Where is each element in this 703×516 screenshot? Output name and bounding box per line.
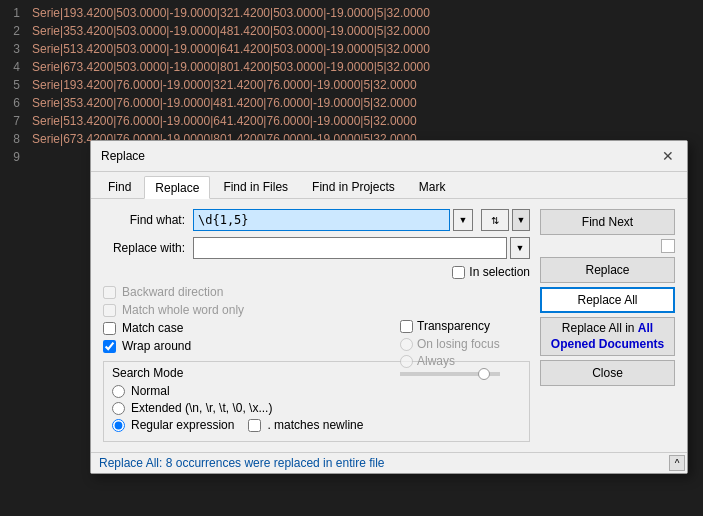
- editor-line: 7Serie|513.4200|76.0000|-19.0000|641.420…: [0, 112, 703, 130]
- line-content: Serie|353.4200|503.0000|-19.0000|481.420…: [32, 22, 430, 40]
- replace-with-input-wrap: ▼: [193, 237, 530, 259]
- replace-all-button[interactable]: Replace All: [540, 287, 675, 313]
- swap-down-button[interactable]: ▼: [512, 209, 530, 231]
- tab-find-in-projects[interactable]: Find in Projects: [301, 176, 406, 198]
- wrap-around-label: Wrap around: [122, 339, 191, 353]
- find-what-row: Find what: ▼ ⇅ ▼: [103, 209, 530, 231]
- line-content: Serie|353.4200|76.0000|-19.0000|481.4200…: [32, 94, 417, 112]
- status-text: Replace All: 8 occurrences were replaced…: [99, 456, 384, 470]
- match-case-checkbox[interactable]: [103, 322, 116, 335]
- find-what-input-wrap: ▼ ⇅ ▼: [193, 209, 530, 231]
- on-losing-focus-radio[interactable]: [400, 338, 413, 351]
- on-losing-focus-label: On losing focus: [417, 337, 500, 351]
- line-content: Serie|193.4200|503.0000|-19.0000|321.420…: [32, 4, 430, 22]
- dialog-tabs: FindReplaceFind in FilesFind in Projects…: [91, 172, 687, 199]
- search-mode-section: Search Mode Normal Extended (\n, \r, \t,…: [103, 361, 530, 442]
- transparency-title: Transparency: [400, 319, 530, 333]
- find-what-label: Find what:: [103, 213, 193, 227]
- always-row: Always: [400, 354, 530, 368]
- line-number: 5: [0, 76, 32, 94]
- match-whole-word-checkbox[interactable]: [103, 304, 116, 317]
- extended-label: Extended (\n, \r, \t, \0, \x...): [131, 401, 272, 415]
- find-next-checkbox[interactable]: [661, 239, 675, 253]
- always-label: Always: [417, 354, 455, 368]
- dialog-content-area: Find what: ▼ ⇅ ▼ Replace with: ▼: [103, 209, 675, 442]
- normal-radio-row: Normal: [112, 384, 521, 398]
- line-number: 9: [0, 148, 32, 166]
- editor-line: 6Serie|353.4200|76.0000|-19.0000|481.420…: [0, 94, 703, 112]
- editor-line: 5Serie|193.4200|76.0000|-19.0000|321.420…: [0, 76, 703, 94]
- line-number: 1: [0, 4, 32, 22]
- wrap-around-checkbox[interactable]: [103, 340, 116, 353]
- match-whole-word-row: Match whole word only: [103, 303, 530, 317]
- tab-find[interactable]: Find: [97, 176, 142, 198]
- match-whole-word-label: Match whole word only: [122, 303, 244, 317]
- regex-label: Regular expression: [131, 418, 234, 432]
- replace-with-row: Replace with: ▼: [103, 237, 530, 259]
- normal-radio[interactable]: [112, 385, 125, 398]
- replace-all-opened-button[interactable]: Replace All in All Opened Documents: [540, 317, 675, 356]
- dialog-title: Replace: [101, 149, 145, 163]
- backward-direction-checkbox[interactable]: [103, 286, 116, 299]
- in-selection-label[interactable]: In selection: [452, 265, 530, 279]
- swap-button[interactable]: ⇅: [481, 209, 509, 231]
- find-what-dropdown[interactable]: ▼: [453, 209, 473, 231]
- editor-line: 4Serie|673.4200|503.0000|-19.0000|801.42…: [0, 58, 703, 76]
- matches-newline-label: . matches newline: [267, 418, 363, 432]
- line-number: 7: [0, 112, 32, 130]
- dialog-right-panel: Find Next Replace Replace All Replace Al…: [540, 209, 675, 442]
- replace-with-input[interactable]: [193, 237, 507, 259]
- replace-with-label: Replace with:: [103, 241, 193, 255]
- regex-radio-row: Regular expression . matches newline: [112, 418, 521, 432]
- dialog-statusbar: Replace All: 8 occurrences were replaced…: [91, 452, 687, 473]
- dialog-titlebar: Replace ✕: [91, 141, 687, 172]
- bottom-arrow-button[interactable]: ^: [669, 455, 685, 471]
- replace-all-opened-label: Replace All in All Opened Documents: [547, 321, 668, 352]
- close-button[interactable]: Close: [540, 360, 675, 386]
- editor-line: 3Serie|513.4200|503.0000|-19.0000|641.42…: [0, 40, 703, 58]
- transparency-slider-thumb: [478, 368, 490, 380]
- line-content: Serie|193.4200|76.0000|-19.0000|321.4200…: [32, 76, 417, 94]
- editor-line: 2Serie|353.4200|503.0000|-19.0000|481.42…: [0, 22, 703, 40]
- line-content: Serie|513.4200|503.0000|-19.0000|641.420…: [32, 40, 430, 58]
- in-selection-checkbox[interactable]: [452, 266, 465, 279]
- tab-replace[interactable]: Replace: [144, 176, 210, 199]
- transparency-label: Transparency: [417, 319, 490, 333]
- replace-dialog: Replace ✕ FindReplaceFind in FilesFind i…: [90, 140, 688, 474]
- tab-find-in-files[interactable]: Find in Files: [212, 176, 299, 198]
- replace-with-dropdown[interactable]: ▼: [510, 237, 530, 259]
- dialog-left-panel: Find what: ▼ ⇅ ▼ Replace with: ▼: [103, 209, 530, 442]
- find-next-button[interactable]: Find Next: [540, 209, 675, 235]
- line-number: 3: [0, 40, 32, 58]
- backward-direction-row: Backward direction: [103, 285, 530, 299]
- always-radio[interactable]: [400, 355, 413, 368]
- editor-line: 1Serie|193.4200|503.0000|-19.0000|321.42…: [0, 4, 703, 22]
- line-number: 8: [0, 130, 32, 148]
- extended-radio[interactable]: [112, 402, 125, 415]
- line-content: Serie|673.4200|503.0000|-19.0000|801.420…: [32, 58, 430, 76]
- replace-button[interactable]: Replace: [540, 257, 675, 283]
- match-case-label: Match case: [122, 321, 183, 335]
- line-number: 4: [0, 58, 32, 76]
- transparency-slider[interactable]: [400, 372, 500, 376]
- tab-mark[interactable]: Mark: [408, 176, 457, 198]
- regex-radio[interactable]: [112, 419, 125, 432]
- extended-radio-row: Extended (\n, \r, \t, \0, \x...): [112, 401, 521, 415]
- line-content: Serie|513.4200|76.0000|-19.0000|641.4200…: [32, 112, 417, 130]
- dialog-body: Find what: ▼ ⇅ ▼ Replace with: ▼: [91, 199, 687, 452]
- dialog-close-button[interactable]: ✕: [659, 147, 677, 165]
- transparency-section: Transparency On losing focus Always: [400, 319, 530, 376]
- on-losing-focus-row: On losing focus: [400, 337, 530, 351]
- find-next-check-row: [540, 239, 675, 253]
- in-selection-row: In selection: [103, 265, 530, 279]
- line-number: 6: [0, 94, 32, 112]
- normal-label: Normal: [131, 384, 170, 398]
- matches-newline-checkbox[interactable]: [248, 419, 261, 432]
- transparency-checkbox[interactable]: [400, 320, 413, 333]
- find-what-input[interactable]: [193, 209, 450, 231]
- backward-direction-label: Backward direction: [122, 285, 223, 299]
- line-number: 2: [0, 22, 32, 40]
